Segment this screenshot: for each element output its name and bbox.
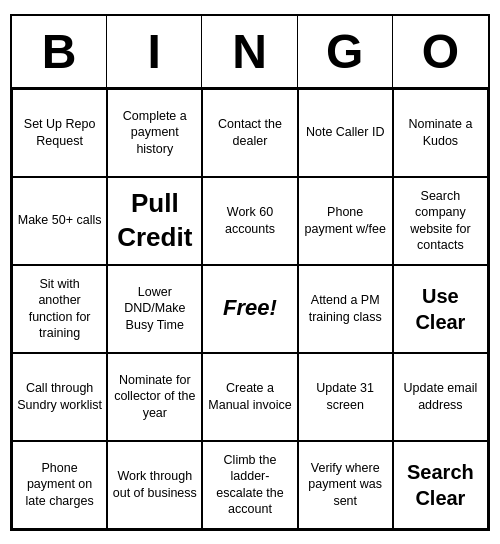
bingo-cell-17[interactable]: Create a Manual invoice — [202, 353, 297, 441]
bingo-cell-16[interactable]: Nominate for collector of the year — [107, 353, 202, 441]
bingo-card: BINGO Set Up Repo RequestComplete a paym… — [10, 14, 490, 531]
bingo-letter-n: N — [202, 16, 297, 87]
bingo-cell-9[interactable]: Search company website for contacts — [393, 177, 488, 265]
bingo-cell-12[interactable]: Free! — [202, 265, 297, 353]
bingo-cell-7[interactable]: Work 60 accounts — [202, 177, 297, 265]
bingo-letter-b: B — [12, 16, 107, 87]
bingo-cell-20[interactable]: Phone payment on late charges — [12, 441, 107, 529]
bingo-cell-18[interactable]: Update 31 screen — [298, 353, 393, 441]
bingo-grid: Set Up Repo RequestComplete a payment hi… — [12, 89, 488, 529]
bingo-cell-0[interactable]: Set Up Repo Request — [12, 89, 107, 177]
bingo-cell-22[interactable]: Climb the ladder- escalate the account — [202, 441, 297, 529]
bingo-cell-3[interactable]: Note Caller ID — [298, 89, 393, 177]
bingo-letter-o: O — [393, 16, 488, 87]
bingo-cell-19[interactable]: Update email address — [393, 353, 488, 441]
bingo-cell-24[interactable]: Search Clear — [393, 441, 488, 529]
bingo-cell-8[interactable]: Phone payment w/fee — [298, 177, 393, 265]
bingo-cell-5[interactable]: Make 50+ calls — [12, 177, 107, 265]
bingo-cell-14[interactable]: Use Clear — [393, 265, 488, 353]
bingo-cell-2[interactable]: Contact the dealer — [202, 89, 297, 177]
bingo-letter-i: I — [107, 16, 202, 87]
bingo-cell-6[interactable]: Pull Credit — [107, 177, 202, 265]
bingo-header: BINGO — [12, 16, 488, 89]
bingo-cell-23[interactable]: Verify where payment was sent — [298, 441, 393, 529]
bingo-cell-4[interactable]: Nominate a Kudos — [393, 89, 488, 177]
bingo-cell-1[interactable]: Complete a payment history — [107, 89, 202, 177]
bingo-cell-10[interactable]: Sit with another function for training — [12, 265, 107, 353]
bingo-cell-13[interactable]: Attend a PM training class — [298, 265, 393, 353]
bingo-cell-15[interactable]: Call through Sundry worklist — [12, 353, 107, 441]
bingo-letter-g: G — [298, 16, 393, 87]
bingo-cell-21[interactable]: Work through out of business — [107, 441, 202, 529]
bingo-cell-11[interactable]: Lower DND/Make Busy Time — [107, 265, 202, 353]
